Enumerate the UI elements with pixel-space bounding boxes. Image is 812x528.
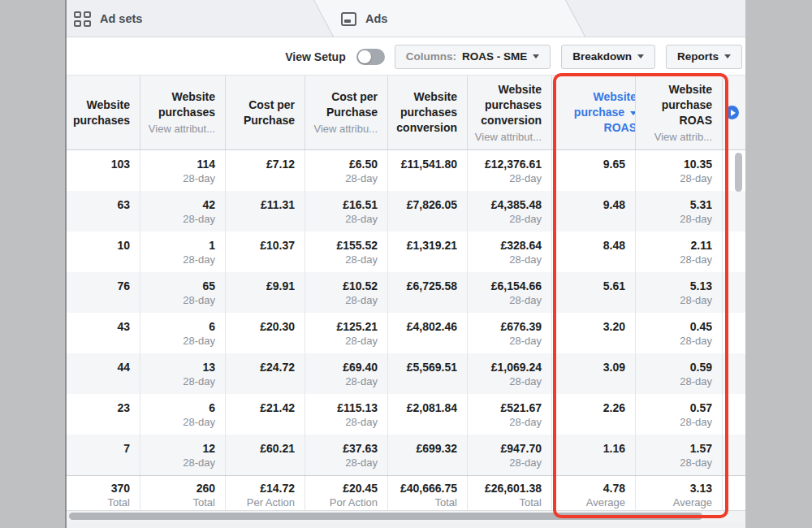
reports-label: Reports [677,50,719,63]
totals-cell: £40,666.75Total [388,476,468,510]
horizontal-scrollbar [67,510,745,522]
cell-sublabel: 28-day [305,253,378,266]
table-cell: 7 [67,435,140,475]
column-header-3[interactable]: Cost per Purchase [226,76,305,149]
table-row: 23628-day£21.42£115.1328-day£2,081.84£52… [67,394,745,435]
cell-value: 114 [140,157,215,171]
tab-ad-sets[interactable]: Ad sets [74,0,142,37]
column-header-1[interactable]: Website purchases [67,76,140,149]
column-header-5[interactable]: Website purchases conversion [388,76,468,149]
table-cell: 4228-day [140,191,226,232]
cell-sublabel: 28-day [468,457,542,470]
cell-sublabel: 28-day [305,294,378,307]
column-header-4[interactable]: Cost per PurchaseView attribu... [305,76,388,149]
cell-value: 10 [67,238,130,253]
cell-sublabel: 28-day [305,457,378,470]
table-cell: 0.5928-day [636,353,723,394]
cell-sublabel: 28-day [636,375,712,388]
reports-button[interactable]: Reports [666,45,742,69]
table-cell: 10.3528-day [636,150,723,191]
view-setup-toggle[interactable] [356,49,385,65]
table-cell: £328.6428-day [468,232,552,272]
column-header-label: Website purchase ROAS [557,89,636,136]
cell-sublabel: 28-day [636,213,712,226]
cell-value: 63 [67,197,130,212]
cell-sublabel: Per Action [226,496,295,509]
column-header-6[interactable]: Website purchases conversionView attribu… [468,76,552,149]
totals-cell: £14.72Per Action [226,476,305,510]
cell-value: £20.30 [226,319,295,334]
cell-value: £26,601.38 [468,481,542,496]
table-cell: 9.48 [552,191,636,232]
cell-value: £699.32 [388,441,457,456]
column-header-8[interactable]: Website purchase ROASView attrib... [636,76,723,149]
table-cell: £125.2128-day [305,313,388,353]
cell-value: 7 [67,441,130,456]
attribution-window-note: View attribut... [149,123,215,136]
column-header-2[interactable]: Website purchasesView attribut... [140,76,226,149]
table-cell: £37.6328-day [305,435,388,475]
table-cell: £1,319.21 [388,232,468,272]
cell-value: £14.72 [226,481,295,496]
cell-sublabel: Total [67,496,130,509]
cell-sublabel: 28-day [636,416,712,429]
totals-cell: 260Total [140,476,226,510]
cell-sublabel: 28-day [636,294,712,307]
cell-value: £10.37 [226,238,295,253]
right-arrow-icon [731,110,736,116]
cell-sublabel: 28-day [468,172,542,185]
row-spacer [723,353,745,394]
cell-value: £7.12 [226,157,295,171]
table-cell: £4,385.4828-day [468,191,552,232]
column-header-label: Website purchases conversion [468,82,542,128]
cell-value: £69.40 [305,360,378,374]
cell-sublabel: 28-day [305,375,378,388]
table-row: 634228-day£11.31£16.5128-day£7,826.05£4,… [67,191,745,232]
cell-sublabel: 28-day [140,253,215,266]
cell-value: £12,376.61 [468,157,542,171]
vertical-scrollbar-thumb[interactable] [735,153,742,192]
row-spacer [723,313,745,353]
cell-sublabel: 28-day [468,416,542,429]
table-cell: £7.12 [226,150,305,191]
cell-value: £947.70 [468,441,542,456]
cell-value: £40,666.75 [388,481,457,496]
column-header-label: Website purchases [140,89,215,120]
cell-value: £10.52 [305,279,378,293]
table-cell: 1.5728-day [636,435,723,475]
cell-value: 8.48 [552,238,625,253]
cell-value: 44 [67,360,130,374]
cell-value: £328.64 [468,238,542,253]
cell-value: £1,319.21 [388,238,457,253]
cell-value: 12 [140,441,215,456]
cell-value: £11.31 [226,197,295,212]
footer-strip [67,522,745,528]
cell-value: 4.78 [552,481,625,496]
column-header-7[interactable]: Website purchase ROAS [552,76,636,149]
table-cell: 10 [67,232,140,272]
cell-sublabel: 28-day [636,253,712,266]
columns-button[interactable]: Columns: ROAS - SME [395,45,551,69]
table-cell: £9.91 [226,272,305,313]
scroll-columns-right-button[interactable] [725,106,739,119]
cell-value: £16.51 [305,197,378,212]
table-cell: £521.6728-day [468,394,552,435]
columns-prefix-label: Columns: [406,50,456,63]
cell-value: £21.42 [226,400,295,415]
table-header-row: Website purchasesWebsite purchasesView a… [67,75,745,150]
table-cell: 23 [67,394,140,435]
cell-sublabel: 28-day [305,416,378,429]
breakdown-button[interactable]: Breakdown [561,45,655,69]
cell-sublabel: 28-day [140,416,215,429]
table-cell: 628-day [140,313,226,353]
metrics-table: Website purchasesWebsite purchasesView a… [67,75,745,510]
cell-sublabel: 28-day [140,213,215,226]
cell-value: £11,541.80 [388,157,457,171]
horizontal-scrollbar-thumb[interactable] [69,513,702,520]
table-cell: 103 [67,150,140,191]
cell-sublabel: 28-day [468,335,542,348]
table-cell: 44 [67,353,140,394]
table-cell: £4,802.46 [388,313,468,353]
tab-ads[interactable]: Ads [341,0,387,37]
cell-sublabel: 28-day [305,172,378,185]
